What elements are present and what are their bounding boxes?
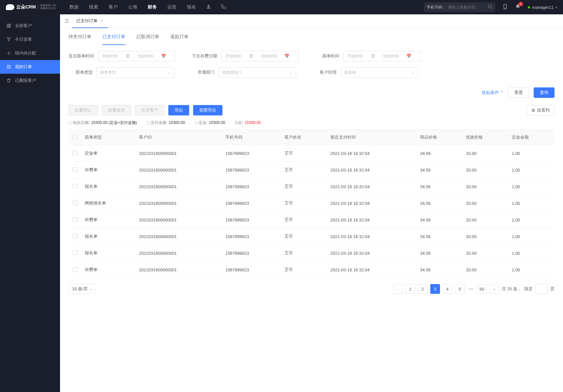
svg-rect-7	[9, 26, 10, 27]
svg-point-8	[8, 53, 9, 54]
page-button-5[interactable]: 5	[455, 284, 465, 294]
set-columns-button[interactable]: ⚙设置列	[526, 105, 555, 115]
follow-time-date-range[interactable]: 开始时间至结束时间📅	[343, 51, 421, 61]
filter-label: 所属部门	[190, 69, 215, 75]
sidebar-icon	[7, 51, 11, 55]
calendar-icon: 📅	[400, 54, 418, 58]
page-button-4[interactable]: 4	[443, 284, 452, 294]
table-row[interactable]: 补费单20210316000000011567899823王可2021-03-1…	[68, 212, 555, 228]
calendar-icon: 📅	[155, 54, 173, 58]
search-input[interactable]	[445, 5, 488, 9]
batch-transfer-button: 批量转让	[68, 105, 98, 115]
sidebar-item-label: 已删除客户	[15, 78, 36, 83]
nav-运营[interactable]: 运营	[167, 4, 176, 10]
nav-财务[interactable]: 财务	[148, 4, 157, 10]
phone-icon[interactable]	[221, 4, 226, 11]
filter-label: 跟单类型	[68, 69, 93, 75]
main-nav: 数据线索客户公海财务运营报名	[69, 4, 196, 10]
table-row[interactable]: 网校报名单20210316000000011567899823王可2021-03…	[68, 195, 555, 212]
export-button[interactable]: 导出	[168, 105, 189, 115]
table-row[interactable]: 报名单20210316000000011567899823王可2021-03-1…	[68, 178, 555, 195]
page-tab[interactable]: 已支付订单 ✕	[72, 14, 108, 28]
info-icon: ?	[146, 121, 150, 125]
chevron-up-icon: ⌃	[500, 90, 504, 95]
next-page-button[interactable]: ›	[489, 284, 499, 294]
row-checkbox[interactable]	[73, 234, 77, 238]
row-checkbox[interactable]	[73, 201, 77, 205]
sidebar-item-0[interactable]: 全部客户	[0, 19, 60, 33]
query-button[interactable]: 查询	[534, 87, 555, 98]
nav-数据[interactable]: 数据	[69, 4, 79, 10]
chevron-down-icon: ▾	[555, 6, 557, 9]
mobile-icon[interactable]	[502, 4, 508, 10]
pager-total: 共 35 条，	[502, 286, 522, 292]
sidebar-item-label: 组内待分配	[15, 50, 36, 56]
next-renew-date-range[interactable]: 开始时间至结束时间📅	[221, 51, 299, 61]
chevron-down-icon: ⌄	[167, 70, 171, 75]
logo[interactable]: 云朵CRM 教育机构一站式服务云平台	[6, 4, 60, 10]
search-icon[interactable]	[488, 4, 493, 10]
sidebar-icon	[7, 37, 11, 42]
svg-point-1	[489, 5, 492, 8]
user-icon[interactable]	[206, 4, 211, 11]
dept-select[interactable]: 请选择部门⌄	[219, 67, 296, 78]
manager-select[interactable]: 请选择⌄	[341, 67, 418, 78]
row-checkbox[interactable]	[73, 267, 77, 272]
row-checkbox[interactable]	[73, 151, 77, 155]
first-follow-date-range[interactable]: 开始时间至结束时间📅	[98, 51, 175, 61]
reset-button[interactable]: 重置	[508, 87, 529, 98]
table-row[interactable]: 定金单20210316000000011567899823王可2021-03-1…	[68, 145, 555, 162]
gear-icon: ⚙	[531, 108, 535, 113]
svg-rect-5	[9, 24, 10, 25]
nav-报名[interactable]: 报名	[187, 4, 196, 10]
chevron-down-icon: ⌄	[90, 287, 92, 291]
jump-page-input[interactable]	[535, 284, 548, 294]
table-row[interactable]: 补费单20210316000000011567899823王可2021-03-1…	[68, 162, 555, 178]
bell-icon[interactable]: 5	[515, 4, 521, 11]
sub-tab-1[interactable]: 已支付订单	[102, 34, 125, 45]
sidebar-item-label: 我的订单	[15, 64, 32, 70]
sidebar-icon	[7, 78, 11, 83]
svg-rect-6	[7, 26, 8, 27]
svg-rect-4	[7, 24, 8, 25]
row-checkbox[interactable]	[73, 250, 77, 255]
col-header: 客户ID	[136, 130, 222, 145]
sub-tab-3[interactable]: 退款订单	[170, 34, 189, 45]
select-all-checkbox[interactable]	[73, 135, 77, 139]
sidebar-item-label: 今日首客	[15, 37, 32, 42]
export-encrypted-button[interactable]: 加密导出	[193, 105, 222, 115]
row-checkbox[interactable]	[73, 184, 77, 188]
row-checkbox[interactable]	[73, 167, 77, 172]
table-row[interactable]: 补费单20210316000000011567899823王可2021-03-1…	[68, 262, 555, 278]
user-menu[interactable]: manager11 ▾	[528, 5, 557, 10]
page-size-select[interactable]: 10 条/页⌄	[68, 284, 96, 294]
col-header: 最近支付时间	[327, 130, 417, 145]
sidebar-item-3[interactable]: 我的订单	[0, 60, 60, 74]
close-icon[interactable]: ✕	[100, 19, 103, 23]
page-button-2[interactable]: 2	[418, 284, 428, 294]
page-button-3[interactable]: 3	[430, 284, 440, 294]
page-button-50[interactable]: 50	[477, 284, 487, 294]
follow-type-select[interactable]: 跟单类型⌄	[97, 67, 174, 78]
row-checkbox[interactable]	[73, 217, 77, 222]
sidebar-item-1[interactable]: 今日首客	[0, 33, 60, 46]
sub-tab-0[interactable]: 待支付订单	[68, 34, 91, 45]
nav-公海[interactable]: 公海	[128, 4, 137, 10]
table-row[interactable]: 报名单20210316000000011567899823王可2021-03-1…	[68, 245, 555, 262]
status-dot-icon	[528, 6, 530, 8]
nav-线索[interactable]: 线索	[89, 4, 98, 10]
sub-tab-2[interactable]: 已取消订单	[136, 34, 159, 45]
nav-客户[interactable]: 客户	[109, 4, 118, 10]
info-icon: ?	[194, 121, 198, 125]
sidebar-item-4[interactable]: 已删除客户	[0, 74, 60, 87]
chevron-down-icon: ⌄	[411, 70, 415, 75]
svg-rect-9	[7, 65, 10, 68]
page-button-1[interactable]: 1	[405, 284, 415, 294]
merge-button: 合并客户	[135, 105, 164, 115]
sidebar-item-2[interactable]: 组内待分配	[0, 46, 60, 60]
menu-toggle-icon[interactable]: ☰	[62, 18, 72, 24]
search-type-select[interactable]: 手机号码	[427, 5, 445, 10]
top-header: 云朵CRM 教育机构一站式服务云平台 数据线索客户公海财务运营报名 手机号码 5…	[0, 0, 563, 14]
table-row[interactable]: 报名单20210316000000011567899823王可2021-03-1…	[68, 228, 555, 245]
collapse-filters-link[interactable]: 收起条件 ⌃	[482, 90, 504, 96]
